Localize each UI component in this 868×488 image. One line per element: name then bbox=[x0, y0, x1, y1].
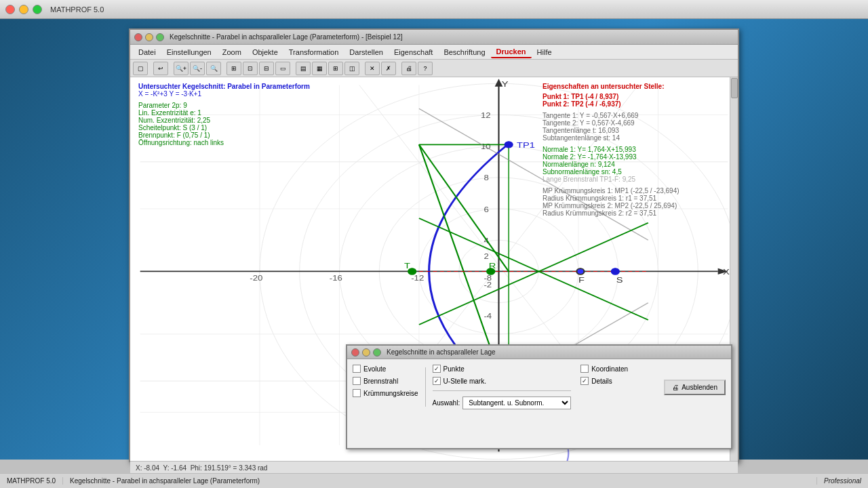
tb-split2[interactable]: ◫ bbox=[344, 62, 359, 75]
os-status-app: MATHPROF 5.0 bbox=[0, 477, 63, 485]
app-minimize-btn[interactable] bbox=[145, 33, 153, 41]
svg-point-59 bbox=[611, 268, 619, 274]
svg-text:X: X bbox=[723, 268, 730, 277]
menu-datei[interactable]: Datei bbox=[133, 47, 161, 58]
tb-axes[interactable]: ⊟ bbox=[259, 62, 274, 75]
graph-title: Untersuchter Kegelschnitt: Parabel in Pa… bbox=[138, 83, 310, 90]
app-close-btn[interactable] bbox=[134, 33, 142, 41]
dialog-close-btn[interactable] bbox=[351, 348, 359, 357]
dialog-titlebar: Kegelschnitte in achsparalleler Lage bbox=[347, 346, 731, 359]
dialog-col-3: Koordinaten Details bbox=[580, 365, 628, 409]
subnormalenlaenge: Subnormalenlänge sn: 4,5 bbox=[542, 168, 732, 176]
num-exz: Num. Exzentrizität: 2,25 bbox=[138, 117, 310, 124]
tb-undo[interactable]: ↩ bbox=[153, 62, 168, 75]
svg-text:8: 8 bbox=[484, 174, 489, 182]
punkte-checkbox[interactable] bbox=[433, 365, 441, 373]
menu-hilfe[interactable]: Hilfe bbox=[532, 47, 557, 58]
tb-close-x[interactable]: ✕ bbox=[365, 62, 380, 75]
svg-text:R: R bbox=[489, 261, 496, 270]
os-title: MATHPROF 5.0 bbox=[50, 5, 104, 14]
svg-text:12: 12 bbox=[481, 111, 491, 119]
kruemmung-checkbox[interactable] bbox=[353, 389, 361, 397]
menu-drucken[interactable]: Drucken bbox=[491, 46, 532, 58]
os-status-edition: Professional bbox=[817, 477, 868, 485]
tb-zoom-in[interactable]: 🔍+ bbox=[174, 62, 189, 75]
os-titlebar: MATHPROF 5.0 bbox=[0, 0, 868, 19]
hide-section: 🖨 Ausblenden bbox=[664, 365, 726, 409]
app-maximize-btn[interactable] bbox=[156, 33, 164, 41]
punkte-row: Punkte bbox=[433, 365, 572, 373]
menu-eigenschaft[interactable]: Eigenschaft bbox=[389, 47, 438, 58]
coord-x: X: -8.04 bbox=[136, 464, 159, 472]
tb-pointer[interactable]: ▢ bbox=[133, 62, 148, 75]
hide-icon: 🖨 bbox=[672, 384, 679, 391]
auswahl-row: Auswahl: Subtangent. u. Subnorm. bbox=[433, 396, 572, 409]
menu-beschriftung[interactable]: Beschriftung bbox=[438, 47, 490, 58]
svg-text:-20: -20 bbox=[250, 274, 263, 283]
tb-grid[interactable]: ⊞ bbox=[226, 62, 241, 75]
os-minimize-btn[interactable] bbox=[19, 5, 28, 14]
dialog-window: Kegelschnitte in achsparalleler Lage Evo… bbox=[346, 344, 732, 449]
svg-text:-2: -2 bbox=[484, 281, 492, 289]
tb-print[interactable]: 🖨 bbox=[401, 62, 416, 75]
tangentenlaenge: Tangentenlänge t: 16,093 bbox=[542, 127, 732, 134]
auswahl-select[interactable]: Subtangent. u. Subnorm. bbox=[462, 396, 571, 409]
evolute-checkbox[interactable] bbox=[353, 365, 361, 373]
dialog-min-btn[interactable] bbox=[362, 348, 370, 357]
svg-text:2: 2 bbox=[484, 252, 488, 260]
koordinaten-checkbox[interactable] bbox=[580, 365, 589, 373]
evolute-label: Evolute bbox=[363, 365, 386, 373]
details-label: Details bbox=[591, 378, 612, 385]
dialog-col-1: Evolute Brennstrahl Krümmungskreise bbox=[353, 365, 418, 409]
svg-text:6: 6 bbox=[484, 205, 489, 214]
dialog-max-btn[interactable] bbox=[373, 348, 381, 357]
brennstrahl-checkbox[interactable] bbox=[353, 377, 361, 385]
tb-box1[interactable]: ▭ bbox=[275, 62, 290, 75]
os-close-btn[interactable] bbox=[5, 5, 15, 14]
mp1: MP Krümmungskreis 1: MP1 (-22,5 / -23,69… bbox=[542, 187, 732, 195]
brennstrahl-label: Brennstrahl bbox=[363, 378, 398, 385]
os-window: MATHPROF 5.0 Kegelschnitte - Parabel in … bbox=[0, 0, 868, 488]
tb-zoom-out[interactable]: 🔍- bbox=[190, 62, 205, 75]
graph-formula: X = -K²+3 Y = -3·K+1 bbox=[138, 90, 310, 98]
hide-button[interactable]: 🖨 Ausblenden bbox=[664, 380, 726, 395]
menu-transformation[interactable]: Transformation bbox=[283, 47, 344, 58]
menu-zoom[interactable]: Zoom bbox=[217, 47, 247, 58]
brennstrahl: Lange Brennstrahl TP1-F: 9,25 bbox=[542, 176, 732, 183]
u-stelle-row: U-Stelle mark. bbox=[433, 377, 572, 385]
tb-table2[interactable]: ▦ bbox=[312, 62, 327, 75]
menu-darstellen[interactable]: Darstellen bbox=[344, 47, 389, 58]
normale1: Normale 1: Y= 1,764·X+15,993 bbox=[542, 146, 732, 153]
menu-einstellungen[interactable]: Einstellungen bbox=[161, 47, 217, 58]
tb-snap[interactable]: ⊡ bbox=[243, 62, 258, 75]
oeff: Öffnungsrichtung: nach links bbox=[138, 139, 310, 146]
param-label: Parameter 2p: 9 bbox=[138, 102, 310, 109]
tb-help[interactable]: ? bbox=[418, 62, 433, 75]
svg-text:F: F bbox=[578, 275, 585, 284]
scheitel: Scheitelpunkt: S (3 / 1) bbox=[138, 124, 310, 131]
lin-exz: Lin. Exzentrizität e: 1 bbox=[138, 109, 310, 117]
koordinaten-label: Koordinaten bbox=[591, 365, 628, 373]
brenn: Brennpunkt: F (0,75 / 1) bbox=[138, 131, 310, 139]
details-checkbox[interactable] bbox=[580, 377, 589, 385]
app-title: Kegelschnitte - Parabel in achsparallele… bbox=[170, 33, 734, 41]
svg-text:T: T bbox=[404, 261, 410, 270]
auswahl-label: Auswahl: bbox=[433, 399, 460, 407]
tb-split[interactable]: ⊞ bbox=[328, 62, 343, 75]
svg-text:TP1: TP1 bbox=[517, 140, 535, 149]
tb-table[interactable]: ▤ bbox=[296, 62, 311, 75]
graph-statusbar: X: -8.04 Y: -1.64 Phi: 191.519° = 3.343 … bbox=[130, 461, 738, 474]
tb-close-x2[interactable]: ✗ bbox=[381, 62, 396, 75]
os-maximize-btn[interactable] bbox=[33, 5, 42, 14]
koordinaten-row: Koordinaten bbox=[580, 365, 628, 373]
u-stelle-checkbox[interactable] bbox=[433, 377, 441, 385]
tb-zoom-reset[interactable]: 🔍 bbox=[206, 62, 221, 75]
subtangentenlaenge: Subtangentenlänge st: 14 bbox=[542, 134, 732, 142]
hide-label: Ausblenden bbox=[682, 384, 717, 391]
u-stelle-label: U-Stelle mark. bbox=[443, 378, 486, 385]
graph-param: Parameter 2p: 9 Lin. Exzentrizität e: 1 … bbox=[138, 102, 310, 146]
menu-objekte[interactable]: Objekte bbox=[247, 47, 283, 58]
dialog-title: Kegelschnitte in achsparalleler Lage bbox=[387, 348, 496, 356]
punkt2: Punkt 2: TP2 (-4 / -6,937) bbox=[542, 100, 732, 108]
svg-text:Y: Y bbox=[502, 79, 509, 88]
